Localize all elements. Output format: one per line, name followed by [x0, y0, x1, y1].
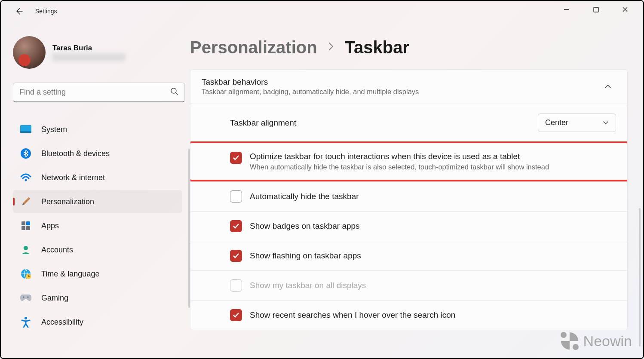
- alignment-dropdown[interactable]: Center: [538, 114, 616, 132]
- svg-rect-11: [26, 226, 30, 230]
- row-label: Taskbar alignment: [230, 118, 530, 128]
- sidebar-item-accessibility[interactable]: Accessibility: [13, 310, 182, 334]
- sidebar-item-time[interactable]: Time & language: [13, 262, 182, 285]
- sidebar-item-bluetooth[interactable]: Bluetooth & devices: [13, 142, 182, 165]
- paintbrush-icon: [20, 196, 32, 208]
- maximize-button[interactable]: [581, 1, 610, 18]
- profile-block[interactable]: Taras Buria: [13, 36, 182, 69]
- sidebar-item-label: System: [41, 125, 67, 134]
- sidebar-item-label: Accounts: [41, 245, 73, 255]
- card-header[interactable]: Taskbar behaviors Taskbar alignment, bad…: [190, 70, 627, 104]
- row-subtitle: When automatically hide the taskbar is a…: [250, 163, 549, 171]
- svg-line-3: [176, 93, 178, 95]
- app-title: Settings: [35, 8, 57, 15]
- check-icon: [232, 311, 240, 319]
- row-label: Show badges on taskbar apps: [250, 221, 616, 231]
- row-flashing: Show flashing on taskbar apps: [190, 241, 627, 270]
- sidebar-item-label: Bluetooth & devices: [41, 149, 110, 158]
- apps-icon: [20, 220, 32, 232]
- nav: System Bluetooth & devices Network & int…: [13, 118, 182, 334]
- svg-point-2: [171, 88, 176, 93]
- svg-rect-5: [20, 131, 31, 133]
- auto-hide-checkbox[interactable]: [230, 190, 242, 203]
- check-icon: [232, 222, 240, 230]
- accounts-icon: [20, 244, 32, 256]
- sidebar-item-gaming[interactable]: Gaming: [13, 286, 182, 310]
- card-title: Taskbar behaviors: [202, 77, 604, 87]
- maximize-icon: [593, 7, 599, 12]
- highlighted-setting: Optimize taskbar for touch interactions …: [190, 141, 628, 181]
- sidebar-item-system[interactable]: System: [13, 118, 182, 141]
- svg-rect-8: [21, 221, 25, 225]
- svg-rect-9: [26, 221, 30, 225]
- avatar: [13, 36, 46, 69]
- svg-rect-1: [594, 7, 598, 12]
- dropdown-value: Center: [545, 118, 568, 127]
- badges-checkbox[interactable]: [230, 220, 242, 232]
- search-input[interactable]: [13, 83, 185, 102]
- row-taskbar-alignment: Taskbar alignment Center: [190, 104, 627, 141]
- breadcrumb: Personalization Taskbar: [190, 38, 628, 57]
- bluetooth-icon: [20, 147, 32, 160]
- profile-name: Taras Buria: [52, 44, 126, 52]
- row-badges: Show badges on taskbar apps: [190, 211, 627, 241]
- sidebar-item-network[interactable]: Network & internet: [13, 166, 182, 189]
- window-controls: [552, 1, 640, 21]
- row-label: Optimize taskbar for touch interactions …: [250, 152, 549, 161]
- svg-point-7: [25, 179, 27, 181]
- row-optimize-touch: Optimize taskbar for touch interactions …: [190, 143, 627, 180]
- close-icon: [622, 6, 628, 12]
- clock-globe-icon: [20, 268, 32, 280]
- flashing-checkbox[interactable]: [230, 250, 242, 262]
- sidebar-item-label: Gaming: [41, 294, 68, 303]
- watermark: Neowin: [560, 331, 632, 350]
- sidebar-item-label: Network & internet: [41, 173, 105, 182]
- taskbar-behaviors-card: Taskbar behaviors Taskbar alignment, bad…: [190, 69, 628, 330]
- row-label: Automatically hide the taskbar: [250, 192, 616, 201]
- chevron-down-icon: [603, 121, 609, 125]
- search-icon[interactable]: [170, 87, 179, 98]
- row-label: Show my taskbar on all displays: [250, 281, 616, 290]
- watermark-logo-icon: [560, 331, 579, 350]
- close-button[interactable]: [610, 1, 640, 18]
- profile-email: [52, 53, 126, 61]
- svg-point-17: [28, 297, 29, 298]
- sidebar-item-personalization[interactable]: Personalization: [13, 190, 182, 213]
- sidebar-item-label: Apps: [41, 221, 59, 230]
- sidebar-item-label: Personalization: [41, 197, 94, 206]
- sidebar-item-apps[interactable]: Apps: [13, 214, 182, 237]
- chevron-right-icon: [328, 41, 334, 54]
- row-label: Show recent searches when I hover over t…: [250, 310, 616, 320]
- watermark-text: Neowin: [583, 333, 632, 350]
- all-displays-checkbox: [230, 279, 242, 291]
- card-subtitle: Taskbar alignment, badging, automaticall…: [202, 88, 604, 96]
- svg-point-16: [23, 297, 25, 298]
- sidebar-item-label: Accessibility: [41, 318, 83, 327]
- back-arrow-icon: [15, 7, 23, 15]
- row-label: Show flashing on taskbar apps: [250, 251, 616, 261]
- svg-point-20: [573, 344, 579, 350]
- main-scrollbar[interactable]: [639, 208, 641, 347]
- breadcrumb-parent[interactable]: Personalization: [190, 38, 317, 57]
- system-icon: [20, 123, 32, 135]
- row-auto-hide: Automatically hide the taskbar: [190, 181, 627, 211]
- titlebar: Settings: [1, 1, 643, 21]
- back-button[interactable]: [10, 3, 28, 20]
- main-content: Personalization Taskbar Taskbar behavior…: [190, 21, 643, 358]
- sidebar-item-label: Time & language: [41, 270, 99, 279]
- row-recent-searches: Show recent searches when I hover over t…: [190, 300, 627, 330]
- wifi-icon: [20, 172, 32, 184]
- gamepad-icon: [20, 292, 32, 304]
- minimize-icon: [564, 6, 570, 12]
- recent-searches-checkbox[interactable]: [230, 309, 242, 321]
- sidebar-item-accounts[interactable]: Accounts: [13, 238, 182, 261]
- accessibility-icon: [20, 316, 32, 328]
- row-all-displays: Show my taskbar on all displays: [190, 270, 627, 300]
- minimize-button[interactable]: [552, 1, 581, 18]
- svg-point-19: [561, 332, 567, 338]
- sidebar: Taras Buria System Bluetooth & devices N…: [1, 21, 190, 358]
- breadcrumb-current: Taskbar: [345, 38, 409, 57]
- optimize-touch-checkbox[interactable]: [230, 152, 242, 164]
- chevron-up-icon: [604, 83, 612, 91]
- sidebar-scrollbar[interactable]: [188, 149, 190, 308]
